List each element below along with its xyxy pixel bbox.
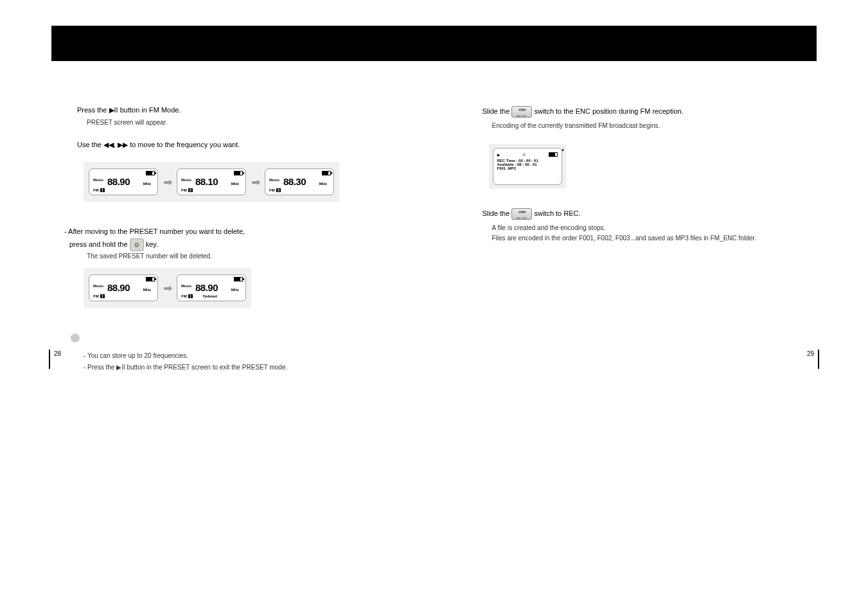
lcd-fm-preset: FM2 xyxy=(181,188,193,192)
lcd-fm-preset: FM3 xyxy=(269,188,281,192)
right-step-2-sub1: A file is created and the encoding stops… xyxy=(492,223,817,233)
battery-icon xyxy=(549,152,558,157)
note-bullet-icon xyxy=(71,333,80,342)
lcd-screen: Mono 88.90 MHz FM1 xyxy=(89,274,158,301)
lcd-unit: MHz xyxy=(231,288,239,292)
right-step-1: Slide the switch to the ENC position dur… xyxy=(457,106,817,131)
encoding-icon: ⎘ xyxy=(523,153,526,157)
lcd-frequency: 88.90 xyxy=(195,282,218,293)
r-step1-b: switch to the ENC position during FM rec… xyxy=(534,107,683,115)
battery-icon xyxy=(322,171,331,175)
note-1: - You can store up to 20 frequencies. xyxy=(84,350,412,362)
battery-icon xyxy=(146,171,155,175)
step-2-text: Use the ◀◀, ▶▶ to move to the frequency … xyxy=(77,141,412,149)
page-number-left: 28 xyxy=(49,350,61,369)
preset-screens-row-1: Mono 88.90 MHz FM1 ➡ Mono 88.10 MHz FM2 … xyxy=(84,162,339,202)
two-column-layout: Press the ▶II button in FM Mode. PRESET … xyxy=(51,61,817,373)
step-1: Press the ▶II button in FM Mode. PRESET … xyxy=(51,106,412,128)
lcd-unit: MHz xyxy=(143,288,151,292)
lcd-mode: Mono xyxy=(93,284,103,288)
rec-enc-switch-icon xyxy=(511,106,532,118)
r-step2-a: Slide the xyxy=(483,209,510,217)
play-icon: ▶ xyxy=(497,152,500,157)
lcd-frequency: 88.10 xyxy=(195,176,218,187)
right-step-2-text: Slide the switch to REC. xyxy=(483,208,817,220)
delete-text-a: press and hold the xyxy=(69,240,128,248)
note-2: - Press the ▶II button in the PRESET scr… xyxy=(84,362,412,373)
right-step-2: Slide the switch to REC. A file is creat… xyxy=(457,208,817,244)
lcd-screen: Mono 88.90 MHz FM1 Deleted xyxy=(177,274,246,301)
lcd-fm-preset: FM1 xyxy=(93,294,105,298)
delete-instruction-line1: - After moving to the PRESET number you … xyxy=(64,227,412,235)
arrow-right-icon: ➡ xyxy=(163,282,172,294)
right-step-1-text: Slide the switch to the ENC position dur… xyxy=(483,106,817,118)
lcd-fm-preset: FM1 xyxy=(93,188,105,192)
lcd-mode: Mono xyxy=(181,178,191,182)
lcd-screen: Mono 88.10 MHz FM2 xyxy=(177,168,246,195)
step-1-text: Press the ▶II button in FM Mode. xyxy=(77,106,412,114)
lcd-frequency: 88.90 xyxy=(107,282,130,293)
lcd-screen: Mono 88.90 MHz FM1 xyxy=(89,168,158,195)
lcd-screen: Mono 88.30 MHz FM3 xyxy=(265,168,334,195)
header-band xyxy=(51,26,817,61)
page-content: Press the ▶II button in FM Mode. PRESET … xyxy=(51,26,817,375)
rec-screen-row: ▶ ⎘ REC Time : 00 : 00 : 01 Available : … xyxy=(489,144,566,189)
left-column: Press the ▶II button in FM Mode. PRESET … xyxy=(51,106,412,373)
rec-filename: F001. MP3 xyxy=(497,166,558,170)
preset-screens-row-2: Mono 88.90 MHz FM1 ➡ Mono 88.90 MHz FM1 … xyxy=(84,268,251,308)
right-step-1-sub: Encoding of the currently transmitted FM… xyxy=(492,121,817,131)
lcd-unit: MHz xyxy=(231,182,239,186)
lcd-mode: Mono xyxy=(93,178,103,182)
battery-icon xyxy=(234,171,243,175)
lcd-mode: Mono xyxy=(269,178,279,182)
lcd-mode: Mono xyxy=(181,284,191,288)
lcd-deleted-text: Deleted xyxy=(203,294,217,298)
arrow-right-icon: ➡ xyxy=(163,176,172,188)
right-column: Slide the switch to the ENC position dur… xyxy=(457,106,817,373)
step-1-sub: PRESET screen will appear. xyxy=(87,118,412,128)
r-step2-b: switch to REC. xyxy=(534,209,580,217)
home-key-icon: ⊙ xyxy=(130,238,144,251)
battery-icon xyxy=(234,277,243,281)
right-step-2-sub2: Files are encoded in the order F001, F00… xyxy=(492,233,817,244)
lcd-unit: MHz xyxy=(143,182,151,186)
delete-sub: The saved PRESET number will be deleted. xyxy=(87,251,412,262)
lcd-frequency: 88.30 xyxy=(283,176,306,187)
r-step1-a: Slide the xyxy=(483,107,510,115)
delete-text-b: key. xyxy=(146,240,158,248)
lcd-top-bar: ▶ ⎘ xyxy=(497,152,558,157)
lcd-rec-screen: ▶ ⎘ REC Time : 00 : 00 : 01 Available : … xyxy=(493,148,562,185)
arrow-right-icon: ➡ xyxy=(251,176,260,188)
step-2: Use the ◀◀, ▶▶ to move to the frequency … xyxy=(51,141,412,149)
lcd-fm-preset: FM1 xyxy=(181,294,193,298)
delete-instruction-line2: press and hold the ⊙ key. xyxy=(69,238,412,251)
page-number-right: 29 xyxy=(807,350,819,369)
lcd-frequency: 88.90 xyxy=(107,176,130,187)
lcd-unit: MHz xyxy=(319,182,327,186)
rec-enc-switch-icon xyxy=(511,208,532,220)
battery-icon xyxy=(146,277,155,281)
